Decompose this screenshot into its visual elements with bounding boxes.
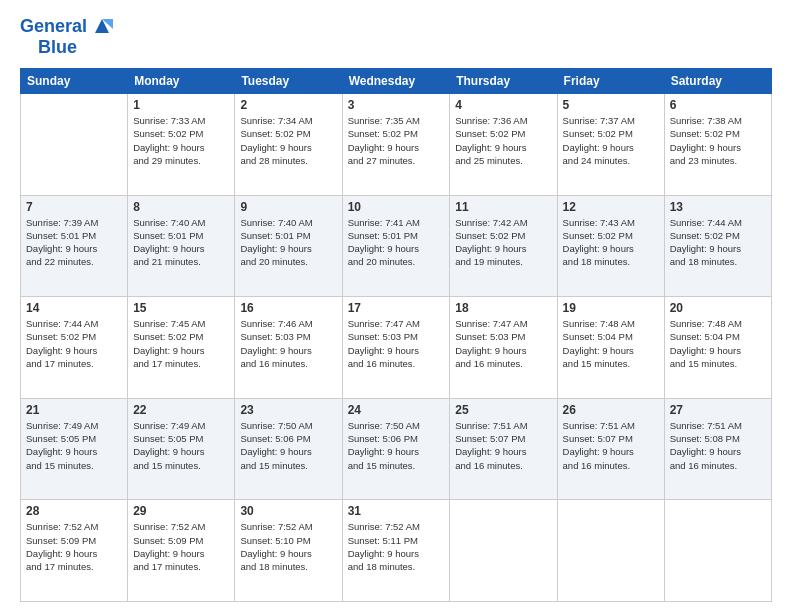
day-info: Sunrise: 7:33 AMSunset: 5:02 PMDaylight:… — [133, 114, 229, 167]
day-info: Sunrise: 7:49 AMSunset: 5:05 PMDaylight:… — [26, 419, 122, 472]
calendar-cell: 27Sunrise: 7:51 AMSunset: 5:08 PMDayligh… — [664, 398, 771, 500]
day-info: Sunrise: 7:47 AMSunset: 5:03 PMDaylight:… — [455, 317, 551, 370]
day-info: Sunrise: 7:41 AMSunset: 5:01 PMDaylight:… — [348, 216, 445, 269]
calendar-cell: 11Sunrise: 7:42 AMSunset: 5:02 PMDayligh… — [450, 195, 557, 297]
day-number: 12 — [563, 200, 659, 214]
calendar-cell: 17Sunrise: 7:47 AMSunset: 5:03 PMDayligh… — [342, 297, 450, 399]
logo: General Blue — [20, 16, 113, 58]
day-number: 7 — [26, 200, 122, 214]
weekday-header-tuesday: Tuesday — [235, 69, 342, 94]
header: General Blue — [20, 16, 772, 58]
day-info: Sunrise: 7:50 AMSunset: 5:06 PMDaylight:… — [348, 419, 445, 472]
day-info: Sunrise: 7:51 AMSunset: 5:08 PMDaylight:… — [670, 419, 766, 472]
day-info: Sunrise: 7:34 AMSunset: 5:02 PMDaylight:… — [240, 114, 336, 167]
day-number: 18 — [455, 301, 551, 315]
week-row-5: 28Sunrise: 7:52 AMSunset: 5:09 PMDayligh… — [21, 500, 772, 602]
day-info: Sunrise: 7:52 AMSunset: 5:10 PMDaylight:… — [240, 520, 336, 573]
weekday-header-thursday: Thursday — [450, 69, 557, 94]
calendar-cell: 20Sunrise: 7:48 AMSunset: 5:04 PMDayligh… — [664, 297, 771, 399]
day-number: 20 — [670, 301, 766, 315]
week-row-2: 7Sunrise: 7:39 AMSunset: 5:01 PMDaylight… — [21, 195, 772, 297]
calendar-cell — [664, 500, 771, 602]
weekday-header-sunday: Sunday — [21, 69, 128, 94]
day-number: 10 — [348, 200, 445, 214]
calendar-table: SundayMondayTuesdayWednesdayThursdayFrid… — [20, 68, 772, 602]
day-number: 1 — [133, 98, 229, 112]
day-number: 17 — [348, 301, 445, 315]
calendar-cell: 15Sunrise: 7:45 AMSunset: 5:02 PMDayligh… — [128, 297, 235, 399]
day-info: Sunrise: 7:49 AMSunset: 5:05 PMDaylight:… — [133, 419, 229, 472]
calendar-cell: 26Sunrise: 7:51 AMSunset: 5:07 PMDayligh… — [557, 398, 664, 500]
weekday-header-row: SundayMondayTuesdayWednesdayThursdayFrid… — [21, 69, 772, 94]
calendar-cell: 31Sunrise: 7:52 AMSunset: 5:11 PMDayligh… — [342, 500, 450, 602]
calendar-cell: 9Sunrise: 7:40 AMSunset: 5:01 PMDaylight… — [235, 195, 342, 297]
day-number: 24 — [348, 403, 445, 417]
calendar-cell: 29Sunrise: 7:52 AMSunset: 5:09 PMDayligh… — [128, 500, 235, 602]
day-number: 6 — [670, 98, 766, 112]
day-number: 3 — [348, 98, 445, 112]
calendar-cell: 24Sunrise: 7:50 AMSunset: 5:06 PMDayligh… — [342, 398, 450, 500]
calendar-cell: 25Sunrise: 7:51 AMSunset: 5:07 PMDayligh… — [450, 398, 557, 500]
calendar-cell: 1Sunrise: 7:33 AMSunset: 5:02 PMDaylight… — [128, 94, 235, 196]
calendar-cell — [450, 500, 557, 602]
logo-blue-text: Blue — [38, 37, 77, 57]
calendar-cell: 21Sunrise: 7:49 AMSunset: 5:05 PMDayligh… — [21, 398, 128, 500]
calendar-cell: 5Sunrise: 7:37 AMSunset: 5:02 PMDaylight… — [557, 94, 664, 196]
week-row-3: 14Sunrise: 7:44 AMSunset: 5:02 PMDayligh… — [21, 297, 772, 399]
day-info: Sunrise: 7:45 AMSunset: 5:02 PMDaylight:… — [133, 317, 229, 370]
day-number: 25 — [455, 403, 551, 417]
day-info: Sunrise: 7:43 AMSunset: 5:02 PMDaylight:… — [563, 216, 659, 269]
day-info: Sunrise: 7:40 AMSunset: 5:01 PMDaylight:… — [133, 216, 229, 269]
day-info: Sunrise: 7:37 AMSunset: 5:02 PMDaylight:… — [563, 114, 659, 167]
day-number: 9 — [240, 200, 336, 214]
day-number: 2 — [240, 98, 336, 112]
calendar-cell: 22Sunrise: 7:49 AMSunset: 5:05 PMDayligh… — [128, 398, 235, 500]
calendar-cell: 19Sunrise: 7:48 AMSunset: 5:04 PMDayligh… — [557, 297, 664, 399]
day-number: 14 — [26, 301, 122, 315]
page: General Blue SundayMondayTuesdayWednesda… — [0, 0, 792, 612]
day-number: 11 — [455, 200, 551, 214]
calendar-cell: 18Sunrise: 7:47 AMSunset: 5:03 PMDayligh… — [450, 297, 557, 399]
logo-general-text: General — [20, 16, 87, 37]
day-number: 31 — [348, 504, 445, 518]
day-info: Sunrise: 7:44 AMSunset: 5:02 PMDaylight:… — [26, 317, 122, 370]
calendar-cell: 8Sunrise: 7:40 AMSunset: 5:01 PMDaylight… — [128, 195, 235, 297]
day-info: Sunrise: 7:38 AMSunset: 5:02 PMDaylight:… — [670, 114, 766, 167]
calendar-cell: 3Sunrise: 7:35 AMSunset: 5:02 PMDaylight… — [342, 94, 450, 196]
day-info: Sunrise: 7:52 AMSunset: 5:09 PMDaylight:… — [26, 520, 122, 573]
day-number: 13 — [670, 200, 766, 214]
weekday-header-wednesday: Wednesday — [342, 69, 450, 94]
day-info: Sunrise: 7:50 AMSunset: 5:06 PMDaylight:… — [240, 419, 336, 472]
calendar-cell: 7Sunrise: 7:39 AMSunset: 5:01 PMDaylight… — [21, 195, 128, 297]
day-number: 16 — [240, 301, 336, 315]
day-info: Sunrise: 7:48 AMSunset: 5:04 PMDaylight:… — [670, 317, 766, 370]
day-number: 22 — [133, 403, 229, 417]
day-number: 29 — [133, 504, 229, 518]
day-number: 26 — [563, 403, 659, 417]
day-info: Sunrise: 7:51 AMSunset: 5:07 PMDaylight:… — [455, 419, 551, 472]
calendar-cell: 30Sunrise: 7:52 AMSunset: 5:10 PMDayligh… — [235, 500, 342, 602]
day-number: 21 — [26, 403, 122, 417]
day-info: Sunrise: 7:40 AMSunset: 5:01 PMDaylight:… — [240, 216, 336, 269]
day-info: Sunrise: 7:47 AMSunset: 5:03 PMDaylight:… — [348, 317, 445, 370]
weekday-header-monday: Monday — [128, 69, 235, 94]
calendar-cell: 28Sunrise: 7:52 AMSunset: 5:09 PMDayligh… — [21, 500, 128, 602]
day-number: 23 — [240, 403, 336, 417]
day-number: 27 — [670, 403, 766, 417]
day-info: Sunrise: 7:36 AMSunset: 5:02 PMDaylight:… — [455, 114, 551, 167]
day-info: Sunrise: 7:51 AMSunset: 5:07 PMDaylight:… — [563, 419, 659, 472]
calendar-cell: 6Sunrise: 7:38 AMSunset: 5:02 PMDaylight… — [664, 94, 771, 196]
calendar-cell: 14Sunrise: 7:44 AMSunset: 5:02 PMDayligh… — [21, 297, 128, 399]
day-info: Sunrise: 7:35 AMSunset: 5:02 PMDaylight:… — [348, 114, 445, 167]
day-number: 15 — [133, 301, 229, 315]
day-number: 28 — [26, 504, 122, 518]
day-number: 19 — [563, 301, 659, 315]
week-row-4: 21Sunrise: 7:49 AMSunset: 5:05 PMDayligh… — [21, 398, 772, 500]
weekday-header-friday: Friday — [557, 69, 664, 94]
day-info: Sunrise: 7:42 AMSunset: 5:02 PMDaylight:… — [455, 216, 551, 269]
day-info: Sunrise: 7:48 AMSunset: 5:04 PMDaylight:… — [563, 317, 659, 370]
day-info: Sunrise: 7:39 AMSunset: 5:01 PMDaylight:… — [26, 216, 122, 269]
day-info: Sunrise: 7:52 AMSunset: 5:11 PMDaylight:… — [348, 520, 445, 573]
day-number: 30 — [240, 504, 336, 518]
calendar-cell: 4Sunrise: 7:36 AMSunset: 5:02 PMDaylight… — [450, 94, 557, 196]
